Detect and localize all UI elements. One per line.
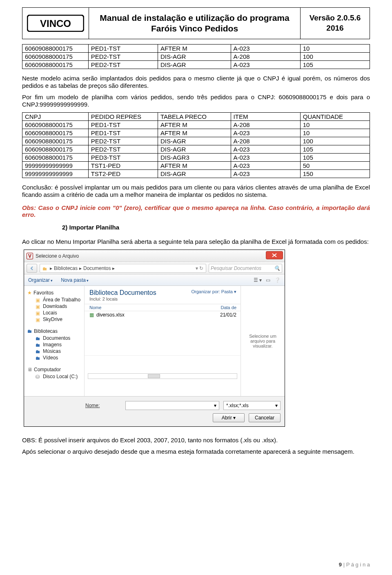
table-row: 60609088000175PED2-TSTDIS-AGRA-023105 bbox=[22, 145, 370, 154]
cancel-button[interactable]: Cancelar bbox=[249, 413, 281, 422]
version-number: Versão 2.0.5.6 bbox=[301, 13, 370, 23]
star-icon: ★ bbox=[27, 290, 32, 296]
paragraph-2: Por fim um modelo de planilha com vários… bbox=[22, 94, 370, 108]
logo-cell: VINCO bbox=[22, 7, 89, 39]
nav-item-label: Documentos bbox=[43, 335, 70, 341]
folder-icon: 🖿 bbox=[42, 266, 48, 271]
nav-computer: Computador bbox=[34, 367, 61, 372]
dialog-nav-tree[interactable]: ★Favoritos ▣Área de Trabalho▣Downloads▣L… bbox=[24, 286, 85, 396]
paragraph-1: Neste modelo acima serão implantados doi… bbox=[22, 75, 370, 89]
preview-pane-icon[interactable]: ▭ bbox=[266, 277, 270, 283]
file-name: diversos.xlsx bbox=[96, 312, 125, 318]
paragraph-4: Ao clicar no Menu Importar Planilha será… bbox=[22, 238, 370, 245]
table-row: 99999999999999TST2-PEDDIS-AGRA-023150 bbox=[22, 170, 370, 178]
dialog-titlebar[interactable]: V Selecione o Arquivo bbox=[24, 250, 285, 262]
nav-libraries: Bibliotecas bbox=[34, 328, 58, 334]
nav-favorites: Favoritos bbox=[33, 290, 53, 296]
breadcrumb[interactable]: 🖿 ▸ Bibliotecas ▸ Documentos ▸ ▾ ↻ bbox=[40, 264, 206, 273]
search-placeholder: Pesquisar Documentos bbox=[211, 265, 261, 271]
table-row: 60609088000175PED3-TSTDIS-AGR3A-023105 bbox=[22, 154, 370, 162]
table-row: 60609088000175PED2-TSTDIS-AGRA-023105 bbox=[22, 61, 370, 69]
table-row: 60609088000175PED1-TSTAFTER MA-02310 bbox=[22, 45, 370, 53]
close-icon bbox=[272, 253, 277, 257]
filter-text: *.xlsx;*.xls bbox=[226, 403, 249, 408]
horizontal-scrollbar-thumb[interactable] bbox=[148, 374, 160, 378]
folder-icon: ▣ bbox=[36, 304, 41, 309]
computer-icon: 🖥 bbox=[27, 367, 32, 372]
nav-item-label: Vídeos bbox=[43, 355, 58, 361]
paragraph-3: Conclusão: é possível implantar um ou ma… bbox=[22, 184, 370, 198]
filename-label: Nome: bbox=[85, 403, 100, 408]
breadcrumb-leaf: Documentos bbox=[83, 265, 111, 271]
folder-icon: 🖿 bbox=[36, 336, 41, 341]
page-footer: 9 | P á g i n a bbox=[339, 562, 370, 568]
organize-by-value[interactable]: Pasta bbox=[221, 289, 233, 294]
nav-item[interactable]: 🖿Documentos bbox=[36, 335, 82, 341]
library-title: Biblioteca Documentos bbox=[89, 289, 156, 296]
breadcrumb-root: Bibliotecas bbox=[54, 265, 78, 271]
paragraph-5: OBS: É possível inserir arquivos do Exce… bbox=[22, 437, 370, 444]
search-icon: 🔍 bbox=[274, 265, 280, 271]
table-header-row: CNPJPEDIDO REPRESTABELA PRECOITEMQUANTID… bbox=[22, 113, 370, 121]
nav-item[interactable]: ▣Locais bbox=[36, 310, 82, 316]
nav-item[interactable]: 🖿Músicas bbox=[36, 348, 82, 354]
open-button-label: Abrir bbox=[222, 415, 232, 421]
table-row: 60609088000175PED2-TSTDIS-AGRA-208100 bbox=[22, 53, 370, 61]
table-1: 60609088000175PED1-TSTAFTER MA-023106060… bbox=[22, 44, 370, 69]
nav-item[interactable]: 🖿Imagens bbox=[36, 341, 82, 348]
folder-icon: ▣ bbox=[36, 297, 41, 302]
dialog-toolbar: Organizar Nova pasta ☰ ▾ ▭ ❔ bbox=[24, 274, 285, 286]
dialog-footer: Nome: ▾ *.xlsx;*.xls▾ Abrir ▾ Cancelar bbox=[24, 396, 285, 426]
table-row: 60609088000175PED1-TSTAFTER MA-20810 bbox=[22, 121, 370, 129]
warning-note: Obs: Caso o CNPJ inicie com "0" (zero), … bbox=[22, 204, 370, 218]
nav-item[interactable]: ▣SkyDrive bbox=[36, 316, 82, 323]
view-icon[interactable]: ☰ ▾ bbox=[254, 277, 262, 283]
page-number: 9 bbox=[339, 562, 342, 568]
nav-back-button[interactable] bbox=[27, 264, 37, 273]
file-dialog: V Selecione o Arquivo 🖿 ▸ Bibliotecas ▸ … bbox=[24, 250, 285, 427]
section-heading-2: 2) Importar Planilha bbox=[62, 224, 370, 231]
new-folder-button[interactable]: Nova pasta bbox=[61, 277, 89, 283]
table-2: CNPJPEDIDO REPRESTABELA PRECOITEMQUANTID… bbox=[22, 112, 370, 178]
dialog-main-pane: Biblioteca Documentos Inclui: 2 locais O… bbox=[85, 286, 241, 396]
column-date[interactable]: Data de bbox=[220, 305, 236, 310]
nav-item-label: Imagens bbox=[43, 342, 62, 348]
table-row: 99999999999999TST1-PEDAFTER MA-02350 bbox=[22, 162, 370, 170]
vinco-logo: VINCO bbox=[27, 15, 84, 32]
folder-icon: 🖿 bbox=[36, 349, 41, 354]
organize-by-label: Organizar por: bbox=[191, 289, 220, 294]
nav-item[interactable]: ▣Downloads bbox=[36, 303, 82, 310]
nav-item[interactable]: ▣Área de Trabalho bbox=[36, 296, 82, 303]
version-cell: Versão 2.0.5.6 2016 bbox=[300, 7, 370, 39]
folder-icon: 🖿 bbox=[36, 342, 41, 347]
filename-combo[interactable]: ▾ bbox=[125, 401, 219, 410]
version-year: 2016 bbox=[301, 23, 370, 33]
excel-icon: ▦ bbox=[89, 312, 94, 318]
preview-pane: Selecione um arquivo para visualizar. bbox=[241, 286, 285, 396]
column-name[interactable]: Nome bbox=[89, 305, 101, 310]
search-input[interactable]: Pesquisar Documentos 🔍 bbox=[209, 264, 282, 273]
file-date: 21/01/2 bbox=[220, 312, 236, 318]
nav-item[interactable]: 🖿Vídeos bbox=[36, 354, 82, 361]
paragraph-6: Após selecionar o arquivo desejado desde… bbox=[22, 448, 370, 455]
file-row[interactable]: ▦diversos.xlsx 21/01/2 bbox=[85, 311, 241, 319]
dialog-title-text: Selecione o Arquivo bbox=[36, 253, 79, 259]
library-subtitle: Inclui: 2 locais bbox=[89, 296, 156, 301]
nav-item-label: Área de Trabalho bbox=[43, 297, 80, 303]
app-icon: V bbox=[27, 253, 33, 259]
help-icon[interactable]: ❔ bbox=[274, 277, 281, 283]
filter-combo[interactable]: *.xlsx;*.xls▾ bbox=[223, 401, 281, 410]
organize-menu[interactable]: Organizar bbox=[28, 277, 53, 283]
dialog-pathbar: 🖿 ▸ Bibliotecas ▸ Documentos ▸ ▾ ↻ Pesqu… bbox=[24, 262, 285, 274]
folder-icon: ▣ bbox=[36, 310, 41, 315]
nav-item-label: Músicas bbox=[43, 348, 61, 354]
chevron-left-icon bbox=[30, 266, 34, 270]
document-title: Manual de instalação e utilização do pro… bbox=[89, 7, 300, 39]
logo-text: VINCO bbox=[40, 18, 71, 29]
nav-item[interactable]: ⛁Disco Local (C:) bbox=[36, 373, 82, 380]
close-button[interactable] bbox=[266, 251, 283, 259]
nav-item-label: SkyDrive bbox=[43, 316, 62, 322]
folder-icon: 🖿 bbox=[36, 355, 41, 360]
open-button[interactable]: Abrir ▾ bbox=[213, 413, 245, 422]
nav-item-label: Disco Local (C:) bbox=[43, 374, 78, 379]
